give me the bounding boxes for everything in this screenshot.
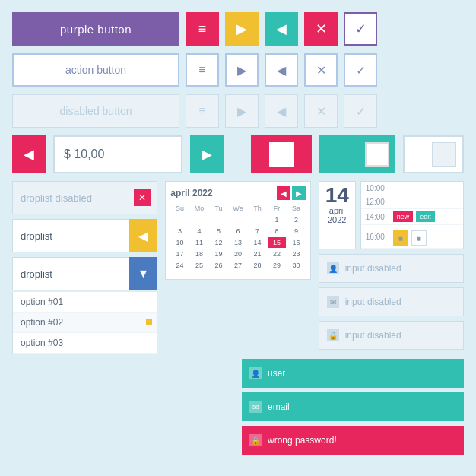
cal-day-19[interactable]: 19 [209,249,227,259]
cal-day-13[interactable]: 13 [229,237,247,248]
input-user-label: user [268,368,285,379]
cal-day-28[interactable]: 28 [248,260,266,271]
appt-time-1000: 10:00 [361,182,463,195]
calendar-title: april 2022 [170,188,212,198]
action-button[interactable]: action button [12,53,179,87]
toggle-teal[interactable] [319,135,395,173]
close-icon-disabled: ✕ [304,94,338,128]
appointment-icons: ■ ■ [393,230,427,246]
toggle-pink[interactable] [251,135,312,173]
back-button-outline[interactable]: ◀ [265,53,298,87]
calendar-next-button[interactable]: ▶ [292,186,306,200]
cal-day-15-today[interactable]: 15 [268,237,286,248]
close-button-red[interactable]: ✕ [304,12,338,46]
menu-button-pink[interactable]: ≡ [186,12,219,46]
cal-day-18[interactable]: 18 [190,249,208,259]
input-password-error[interactable]: 🔒 wrong password! [242,426,464,455]
toggle-grey[interactable] [403,135,464,173]
close-button-outline[interactable]: ✕ [304,53,338,87]
cal-day-30[interactable]: 30 [287,260,305,271]
cal-day-27[interactable]: 27 [229,260,247,271]
cal-day-14[interactable]: 14 [248,237,266,248]
lock-icon-disabled: 🔒 [327,329,339,341]
input-disabled-user: 👤 input disabled [319,254,464,283]
price-decrease-button[interactable]: ◀ [12,135,46,173]
droplist-clear-button[interactable]: ✕ [134,189,151,206]
cal-day-11[interactable]: 11 [190,237,208,248]
cal-day-7[interactable]: 7 [248,226,266,236]
cal-day-3[interactable]: 3 [170,226,189,236]
cal-day-empty-end [170,271,189,274]
cal-header-mo: Mo [190,203,208,214]
appt-time-1600: 16:00 ■ ■ [361,225,463,249]
toggle-inner-grey [432,142,456,167]
cal-day-8[interactable]: 8 [268,226,286,236]
active-input-fields: 👤 user ✉ email 🔒 wrong password! [242,359,464,455]
right-column: 14 april 2022 10:00 12:00 14:00 new edit… [319,181,464,354]
input-disabled-user-placeholder: input disabled [345,263,401,274]
user-icon-disabled: 👤 [327,262,339,274]
droplist-yellow-arrow[interactable]: ◀ [129,219,157,252]
cal-day-23[interactable]: 23 [287,249,305,259]
cal-day-26[interactable]: 26 [209,260,227,271]
dropdown-option-2[interactable]: option #02 [13,313,157,333]
appointment-new-button[interactable]: new [393,211,414,222]
lock-icon-error: 🔒 [249,434,262,446]
cal-day-4[interactable]: 4 [190,226,208,236]
cal-day-2[interactable]: 2 [287,214,305,225]
cal-day-22[interactable]: 22 [268,249,286,259]
cal-day-20[interactable]: 20 [229,249,247,259]
appointment-date-box: 14 april 2022 [319,181,356,249]
input-disabled-password-placeholder: input disabled [345,330,401,341]
play-icon-disabled: ▶ [225,94,259,128]
input-user-active[interactable]: 👤 user [242,359,464,388]
appointment-edit-button[interactable]: edit [416,211,435,222]
cal-day-25[interactable]: 25 [190,260,208,271]
calendar-widget: april 2022 ◀ ▶ Su Mo Tu We Th Fr Sa 1 [165,181,310,280]
appt-icon-grey[interactable]: ■ [411,230,427,246]
cal-day-21[interactable]: 21 [248,249,266,259]
cal-day-12[interactable]: 12 [209,237,227,248]
cal-day-5[interactable]: 5 [209,226,227,236]
cal-day-1[interactable]: 1 [268,214,286,225]
dropdown-option-1[interactable]: option #01 [13,292,157,313]
droplist-yellow-label: droplist [21,230,52,242]
user-icon-active: 👤 [249,367,262,379]
price-increase-button[interactable]: ▶ [190,135,224,173]
cal-day-6[interactable]: 6 [229,226,247,236]
appointment-year: 2022 [325,215,349,224]
back-button-teal[interactable]: ◀ [265,12,298,46]
disabled-button: disabled button [12,94,179,128]
droplist-yellow[interactable]: droplist ◀ [12,219,157,252]
time-label-1400: 14:00 [366,213,390,221]
check-button-purple[interactable]: ✓ [344,12,377,46]
email-icon-disabled: ✉ [327,296,339,308]
cal-day-16[interactable]: 16 [287,237,305,248]
play-button-outline[interactable]: ▶ [225,53,259,87]
calendar-prev-button[interactable]: ◀ [277,186,290,200]
droplist-disabled-label: droplist disabled [21,192,92,204]
droplist-column: droplist disabled ✕ droplist ◀ droplist … [12,181,157,354]
appointment-day: 14 [325,185,349,206]
toggle-inner-teal [365,142,389,167]
cal-day-24[interactable]: 24 [170,260,189,271]
cal-day-9[interactable]: 9 [287,226,305,236]
play-button-yellow[interactable]: ▶ [225,12,259,46]
cal-day-empty-1 [170,214,189,225]
dropdown-option-3[interactable]: option #03 [13,333,157,354]
check-button-outline[interactable]: ✓ [344,53,377,87]
cal-header-th: Th [248,203,266,214]
cal-day-empty-2 [190,214,208,225]
purple-button[interactable]: purple button [12,12,179,46]
appointment-header: 14 april 2022 10:00 12:00 14:00 new edit… [319,181,464,249]
cal-day-10[interactable]: 10 [170,237,189,248]
cal-day-17[interactable]: 17 [170,249,189,259]
appt-icon-yellow[interactable]: ■ [393,230,408,246]
cal-day-29[interactable]: 29 [268,260,286,271]
droplist-blue[interactable]: droplist ▼ [12,257,157,290]
droplist-blue-arrow[interactable]: ▼ [129,257,157,290]
appt-time-1200: 12:00 [361,195,463,209]
menu-button-outline[interactable]: ≡ [186,53,219,87]
input-email-active[interactable]: ✉ email [242,392,464,421]
input-error-label: wrong password! [268,435,337,446]
